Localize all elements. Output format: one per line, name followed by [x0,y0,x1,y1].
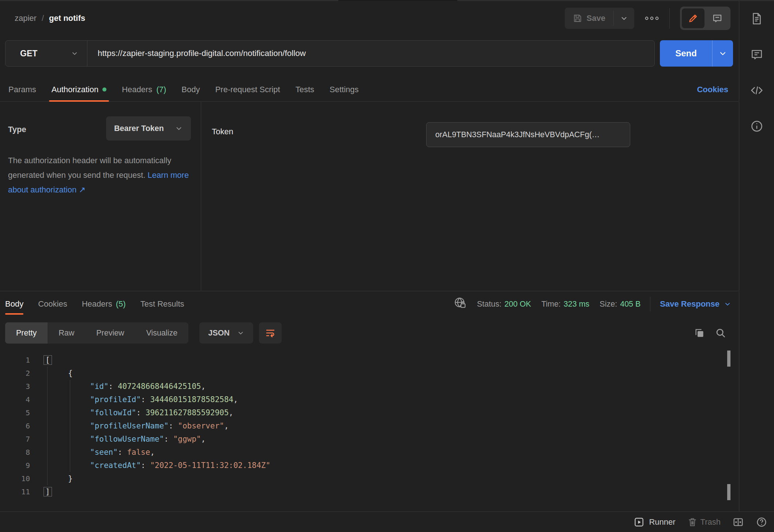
external-link-arrow-icon: ↗ [79,185,85,194]
chevron-down-icon [724,300,731,308]
edit-mode-button[interactable] [682,8,705,28]
url-box: GET https://zapier-staging.profile-digit… [5,40,655,67]
comments-icon[interactable] [749,46,765,63]
response-format-select[interactable]: JSON [199,322,253,344]
scrollbar-mark[interactable] [727,351,730,367]
search-icon [715,327,726,338]
line-number: 9 [0,459,30,472]
indent-guide [47,367,48,485]
code-line: 3"id": 407248668446425105, [0,380,739,393]
response-tab-body[interactable]: Body [5,291,23,317]
code-line: 2{ [0,367,739,380]
breadcrumb: zapier / get notifs [15,14,85,23]
tab-body[interactable]: Body [177,78,204,101]
indent-guide [70,380,70,472]
documentation-icon[interactable] [749,11,765,27]
code-line: 11] [0,485,739,498]
copy-response-button[interactable] [694,327,705,338]
status-label: Status: [477,300,501,309]
comment-mode-button[interactable] [706,8,729,28]
save-response-button[interactable]: Save Response [660,299,731,309]
code-text: ] [30,485,50,498]
help-icon [756,516,767,528]
response-tab-headers[interactable]: Headers(5) [82,291,126,317]
tab-params[interactable]: Params [4,78,41,101]
scrollbar-mark[interactable] [727,484,730,500]
save-button[interactable]: Save [565,8,613,29]
token-input-value: orAL9TBN3SFNaaP4k3JfNsHeVBVdpACFg(… [435,130,600,139]
code-line: 4"profileId": 344460151878582584, [0,393,739,406]
response-toolbar: PrettyRawPreviewVisualize JSON [0,317,739,349]
method-select[interactable]: GET [5,41,87,66]
tab-headers[interactable]: Headers(7) [117,78,171,101]
response-toolbar-right [694,327,726,338]
breadcrumb-collection[interactable]: zapier [15,14,37,23]
tab-label: Tests [296,85,314,94]
view-mode-preview[interactable]: Preview [85,322,135,344]
network-globe-icon[interactable] [454,296,467,312]
status-value: 200 OK [504,300,531,309]
response-tab-test-results[interactable]: Test Results [140,291,184,317]
token-input[interactable]: orAL9TBN3SFNaaP4k3JfNsHeVBVdpACFg(… [426,122,630,147]
line-number: 3 [0,380,30,393]
line-number: 1 [0,353,30,367]
tab-authorization[interactable]: Authorization [47,78,111,101]
tab-settings[interactable]: Settings [325,78,364,101]
code-text: "followUserName": "ggwp", [30,432,206,446]
view-mode-pretty[interactable]: Pretty [5,322,48,344]
view-mode-raw[interactable]: Raw [48,322,85,344]
url-input[interactable]: https://zapier-staging.profile-digital.c… [87,41,654,66]
view-mode-visualize[interactable]: Visualize [135,322,189,344]
send-button-group: Send [660,40,733,67]
code-text: "followId": 396211627885592905, [30,406,233,419]
line-number: 7 [0,432,30,446]
trash-button[interactable]: Trash [687,517,721,527]
code-snippet-icon[interactable] [749,82,765,98]
code-line: 8"seen": false, [0,446,739,459]
help-button[interactable] [756,516,767,528]
response-tab-cookies[interactable]: Cookies [38,291,67,317]
info-icon[interactable] [749,118,765,134]
save-options-button[interactable] [614,8,634,29]
code-lines: 1[2{3"id": 407248668446425105,4"profileI… [0,353,739,498]
more-options-button[interactable] [645,16,659,20]
runner-button[interactable]: Runner [634,517,675,528]
tab-pre-request-script[interactable]: Pre-request Script [210,78,285,101]
request-header: zapier / get notifs Save [0,1,739,35]
chevron-down-icon [620,14,628,22]
cookies-link[interactable]: Cookies [697,85,728,94]
wrap-lines-button[interactable] [259,322,282,344]
floppy-icon [573,14,582,23]
response-tabs: BodyCookiesHeaders(5)Test Results [5,291,184,317]
tab-label: Headers [122,85,152,94]
response-body-viewer[interactable]: 1[2{3"id": 407248668446425105,4"profileI… [0,349,739,512]
send-button[interactable]: Send [660,40,712,67]
tab-label: Authorization [52,85,98,94]
tab-label: Params [8,85,36,94]
right-sidebar [739,1,774,512]
code-text: "profileId": 344460151878582584, [30,393,238,406]
panel-layout-button[interactable] [732,516,744,528]
play-square-icon [634,517,645,528]
send-options-button[interactable] [713,40,733,67]
method-select-value: GET [20,49,37,59]
chevron-down-icon [175,124,183,132]
tab-label: Settings [330,85,359,94]
pencil-icon [688,13,699,24]
response-meta: Status: 200 OK Time: 323 ms Size: 405 B … [454,296,731,312]
tab-tests[interactable]: Tests [291,78,319,101]
code-text: "createdAt": "2022-05-11T11:32:02.184Z" [30,459,270,472]
copy-icon [694,327,705,338]
request-tabs: ParamsAuthorizationHeaders(7)BodyPre-req… [4,78,369,101]
response-status: Status: 200 OK [477,300,531,309]
tab-label: Test Results [140,299,184,309]
response-time: Time: 323 ms [541,300,589,309]
line-number: 6 [0,419,30,432]
response-header: BodyCookiesHeaders(5)Test Results Status… [0,291,739,317]
auth-configured-dot [102,87,106,91]
search-response-button[interactable] [715,327,726,338]
tab-count-badge: (5) [116,299,126,309]
request-tabs-bar: ParamsAuthorizationHeaders(7)BodyPre-req… [0,78,739,102]
code-line: 7"followUserName": "ggwp", [0,432,739,446]
auth-type-select[interactable]: Bearer Token [106,116,191,141]
